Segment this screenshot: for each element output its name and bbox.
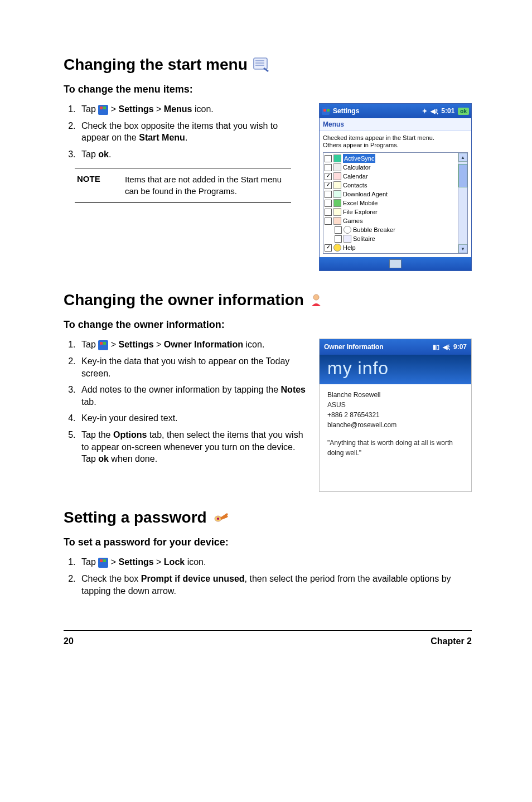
checkbox[interactable] <box>325 244 332 252</box>
signal-icon: ▮▯ <box>433 344 439 351</box>
tree-item[interactable]: Help <box>325 243 457 252</box>
screenshot-owner-info: Owner Information ▮▯ ◀ξ 9:07 my info Bla… <box>319 339 472 492</box>
calc-icon <box>333 163 341 171</box>
sol-icon <box>344 235 351 243</box>
dl-icon <box>333 190 341 198</box>
scroll-down-icon[interactable]: ▼ <box>458 244 467 253</box>
tree-item[interactable]: Solitaire <box>325 234 457 243</box>
tree-item-label: Excel Mobile <box>343 199 378 207</box>
scrollbar[interactable]: ▲ ▼ <box>458 153 467 253</box>
note-box: NOTE Items that are not added in the Sta… <box>75 168 291 203</box>
s3-step2: Check the box Prompt if device unused, t… <box>78 573 472 597</box>
keyboard-icon[interactable] <box>389 259 402 268</box>
cal-icon <box>333 172 341 180</box>
tree-item[interactable]: Calendar <box>325 172 457 181</box>
tree-item-label: Solitaire <box>353 234 375 243</box>
checkbox[interactable] <box>325 164 332 171</box>
ppc-tree[interactable]: ActiveSyncCalculatorCalendarContactsDown… <box>323 153 458 253</box>
checkbox[interactable] <box>325 155 332 162</box>
s1-step2: Check the box opposite the items that yo… <box>78 120 308 144</box>
tree-item-label: Calendar <box>343 172 368 181</box>
owner-quote: "Anything that is worth doing at all is … <box>327 438 463 458</box>
section-title-owner: Changing the owner information <box>64 291 472 309</box>
section2-subtitle: To change the owner information: <box>64 319 472 331</box>
ppc-title: Settings <box>333 107 359 115</box>
owner-phone: +886 2 87654321 <box>327 410 463 420</box>
menus-heading-icon <box>253 57 270 72</box>
screenshot-settings-menus: Settings ✦ ◀ξ 5:01 ok Menus Checked item… <box>319 103 472 271</box>
games-icon <box>333 217 341 225</box>
scroll-up-icon[interactable]: ▲ <box>458 153 467 162</box>
tree-item-label: Contacts <box>343 181 367 190</box>
tree-item-label: Games <box>343 216 362 225</box>
svg-point-6 <box>217 518 219 520</box>
s2-step2: Key-in the data that you wish to appear … <box>78 355 308 379</box>
bub-icon <box>344 226 351 234</box>
checkbox[interactable] <box>325 218 332 225</box>
start-flag-icon <box>98 340 108 350</box>
ppc2-title-text: Owner Information <box>324 343 384 351</box>
checkbox[interactable] <box>335 235 342 243</box>
note-label: NOTE <box>77 174 109 197</box>
svg-rect-0 <box>254 58 267 69</box>
ok-button[interactable]: ok <box>458 108 469 115</box>
tree-item[interactable]: Download Agent <box>325 190 457 199</box>
tree-item[interactable]: Bubble Breaker <box>325 225 457 234</box>
xls-icon <box>333 199 341 207</box>
s2-step1: Tap > Settings > Owner Information icon. <box>78 339 308 351</box>
tree-item[interactable]: Games <box>325 216 457 225</box>
help-icon <box>333 244 341 252</box>
ppc-time: 5:01 <box>441 107 454 115</box>
tree-item-label: ActiveSync <box>343 154 375 163</box>
scroll-thumb[interactable] <box>458 164 467 187</box>
owner-heading-icon <box>309 293 323 307</box>
tree-item-label: Help <box>343 243 356 252</box>
start-flag-icon <box>98 105 108 115</box>
page-footer: 20 Chapter 2 <box>64 630 472 646</box>
section-title-password: Setting a password <box>64 509 472 526</box>
ppc2-titlebar: Owner Information ▮▯ ◀ξ 9:07 <box>320 339 471 355</box>
my-info-header: my info <box>320 355 471 384</box>
checkbox[interactable] <box>335 226 342 234</box>
tree-item[interactable]: Excel Mobile <box>325 199 457 207</box>
s3-step1: Tap > Settings > Lock icon. <box>78 556 472 568</box>
tree-item[interactable]: Calculator <box>325 163 457 172</box>
ppc-titlebar: Settings ✦ ◀ξ 5:01 ok <box>320 104 471 118</box>
start-flag-icon <box>98 558 108 568</box>
ppc-bottom-bar <box>320 257 471 270</box>
volume-icon[interactable]: ◀ξ <box>443 344 450 351</box>
sync-icon <box>333 154 341 162</box>
s2-step4: Key-in your desired text. <box>78 412 308 424</box>
tree-item[interactable]: Contacts <box>325 181 457 190</box>
ppc-tab-menus: Menus <box>320 118 471 131</box>
s1-step1: Tap > Settings > Menus icon. <box>78 103 308 115</box>
note-text: Items that are not added in the Start me… <box>125 174 289 197</box>
s2-step5: Tap the Options tab, then select the ite… <box>78 429 308 465</box>
ppc-start-icon[interactable] <box>322 107 330 115</box>
tree-item[interactable]: File Explorer <box>325 207 457 216</box>
page-number: 20 <box>64 636 74 646</box>
ppc2-time: 9:07 <box>453 343 467 351</box>
section1-title: Changing the start menu <box>64 56 248 74</box>
signal-icon: ✦ <box>422 108 427 115</box>
checkbox[interactable] <box>325 200 332 207</box>
section1-subtitle: To change the menu items: <box>64 84 472 95</box>
tree-item[interactable]: ActiveSync <box>325 154 457 163</box>
s1-step3: Tap ok. <box>78 148 308 161</box>
tree-item-label: Calculator <box>343 163 371 172</box>
owner-email: blanche@rosewell.com <box>327 420 463 430</box>
tree-item-label: Download Agent <box>343 190 388 199</box>
checkbox[interactable] <box>325 191 332 198</box>
checkbox[interactable] <box>325 182 332 189</box>
checkbox[interactable] <box>325 173 332 180</box>
ppc-desc: Checked items appear in the Start menu. … <box>320 131 471 150</box>
volume-icon[interactable]: ◀ξ <box>431 108 438 115</box>
checkbox[interactable] <box>325 209 332 216</box>
owner-body: Blanche Rosewell ASUS +886 2 87654321 bl… <box>320 384 471 491</box>
s2-step3: Add notes to the owner information by ta… <box>78 384 308 408</box>
tree-item-label: Bubble Breaker <box>353 225 395 234</box>
tree-item-label: File Explorer <box>343 207 378 216</box>
svg-point-4 <box>313 294 319 300</box>
owner-company: ASUS <box>327 400 463 410</box>
fe-icon <box>333 208 341 216</box>
